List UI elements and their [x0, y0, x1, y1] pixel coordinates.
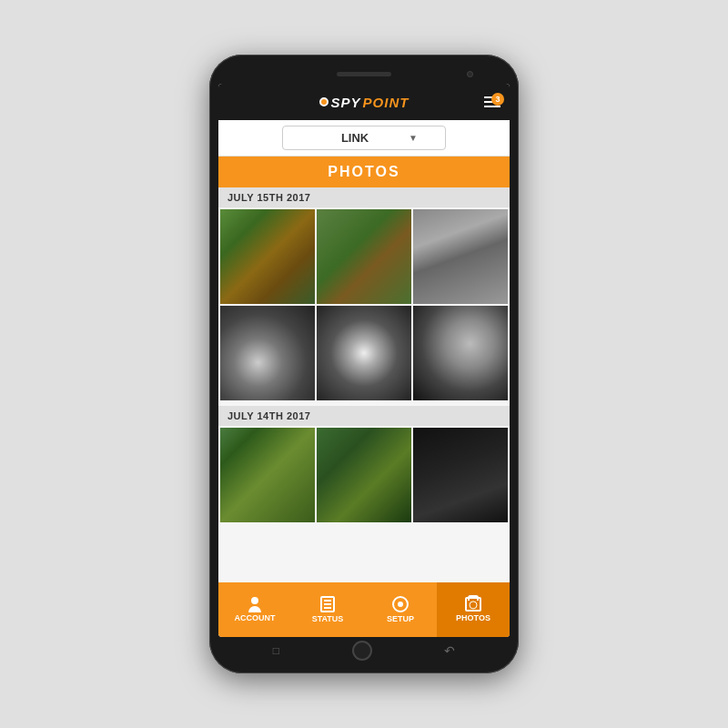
status-icon	[320, 596, 335, 612]
svg-point-5	[362, 251, 381, 267]
svg-line-2	[262, 238, 266, 248]
svg-point-12	[340, 353, 388, 381]
app-header: SPY POINT 3	[218, 84, 510, 120]
photo-grid-july15	[218, 207, 510, 402]
svg-point-13	[359, 343, 379, 360]
device-dropdown[interactable]: LINK ▼	[282, 126, 446, 150]
logo-dot-icon	[319, 97, 329, 106]
photo-thumb[interactable]	[220, 209, 315, 304]
svg-line-9	[275, 334, 280, 349]
photo-thumb[interactable]	[220, 428, 315, 522]
svg-line-14	[359, 329, 362, 344]
nav-item-setup[interactable]: Setup	[364, 582, 437, 637]
nav-label-account: Account	[235, 613, 276, 622]
nav-label-status: Status	[312, 614, 344, 623]
svg-point-7	[264, 349, 281, 362]
photos-header: PHOTOS	[218, 157, 510, 187]
speaker	[337, 72, 391, 76]
svg-line-15	[373, 329, 378, 344]
svg-point-0	[242, 258, 284, 284]
phone-top-bar	[218, 64, 510, 84]
svg-point-4	[340, 260, 388, 287]
photo-thumb[interactable]	[317, 209, 411, 304]
svg-point-20	[438, 476, 483, 502]
svg-point-6	[247, 359, 288, 381]
photo-thumb[interactable]	[317, 428, 411, 522]
app-logo: SPY POINT	[319, 95, 410, 110]
account-icon	[248, 597, 262, 612]
svg-point-19	[366, 472, 381, 486]
photo-thumb[interactable]	[413, 209, 508, 304]
logo-point-text: POINT	[363, 95, 410, 110]
nav-label-setup: Setup	[387, 614, 414, 623]
device-name: LINK	[301, 131, 409, 145]
svg-point-1	[263, 249, 282, 265]
svg-point-21	[456, 468, 475, 483]
date-label-july14: JULY 14TH 2017	[218, 406, 510, 426]
photo-thumb[interactable]	[317, 306, 411, 400]
bottom-nav: Account Status Setup Photos	[218, 582, 510, 637]
nav-item-account[interactable]: Account	[218, 582, 291, 637]
front-camera	[467, 71, 473, 77]
back-button[interactable]: □	[273, 644, 279, 657]
device-selector[interactable]: LINK ▼	[218, 120, 510, 157]
recent-button[interactable]: ↶	[444, 643, 455, 658]
photos-icon	[465, 597, 481, 612]
svg-line-10	[257, 325, 260, 334]
phone-device: SPY POINT 3 LINK ▼ PHOTOS	[209, 55, 519, 673]
date-section-july14: JULY 14TH 2017	[218, 406, 510, 524]
svg-point-16	[238, 482, 279, 505]
setup-icon	[392, 596, 409, 612]
date-section-july15: JULY 15TH 2017	[218, 187, 510, 402]
chevron-down-icon: ▼	[409, 133, 418, 143]
phone-screen: SPY POINT 3 LINK ▼ PHOTOS	[218, 84, 510, 637]
photo-thumb[interactable]	[220, 306, 315, 400]
home-button[interactable]	[352, 641, 372, 661]
svg-line-3	[275, 238, 278, 248]
svg-point-17	[258, 474, 275, 488]
nav-item-photos[interactable]: Photos	[437, 582, 510, 637]
photo-grid-july14	[218, 426, 510, 524]
menu-button[interactable]: 3	[484, 96, 500, 107]
content-area[interactable]: JULY 15TH 2017	[218, 187, 510, 582]
nav-label-photos: Photos	[456, 613, 490, 622]
logo-spy-text: SPY	[331, 95, 361, 110]
photo-thumb[interactable]	[413, 428, 508, 522]
svg-line-8	[260, 334, 266, 349]
svg-point-18	[349, 481, 388, 502]
notification-badge: 3	[491, 93, 504, 106]
photo-thumb[interactable]	[413, 306, 508, 400]
phone-bottom-bar: □ ↶	[218, 637, 510, 664]
date-label-july15: JULY 15TH 2017	[218, 187, 510, 207]
svg-line-11	[281, 325, 285, 334]
photos-title: PHOTOS	[328, 164, 399, 179]
nav-item-status[interactable]: Status	[291, 582, 364, 637]
